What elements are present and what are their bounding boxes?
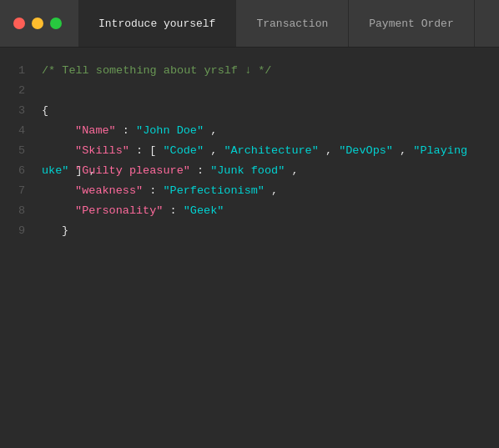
code-line-5: 5 "Skills" : [ "Code" , "Architecture" ,… bbox=[0, 141, 499, 161]
line-content-1: /* Tell something about yrslf ↓ */ bbox=[42, 61, 499, 81]
app-window: Introduce yourself Transaction Payment O… bbox=[0, 0, 499, 254]
tab-transaction-label: Transaction bbox=[256, 18, 328, 30]
traffic-lights bbox=[13, 18, 62, 29]
code-line-3: 3 { bbox=[0, 101, 499, 121]
tab-introduce-label: Introduce yourself bbox=[98, 18, 215, 30]
comment-text: /* Tell something about yrslf ↓ */ bbox=[42, 64, 271, 77]
tab-introduce[interactable]: Introduce yourself bbox=[78, 0, 236, 47]
line-content-6: "Guilty pleasure" : "Junk food" , bbox=[42, 161, 499, 181]
code-line-1: 1 /* Tell something about yrslf ↓ */ bbox=[0, 61, 499, 81]
val-code: "Code" bbox=[163, 144, 204, 157]
brace-open: { bbox=[42, 104, 48, 117]
traffic-light-yellow[interactable] bbox=[32, 18, 43, 29]
line-content-7: "weakness" : "Perfectionism" , bbox=[42, 181, 499, 201]
line-content-4: "Name" : "John Doe" , bbox=[42, 121, 499, 141]
line-content-3: { bbox=[42, 101, 499, 121]
line-num-1: 1 bbox=[0, 61, 42, 81]
brace-close: } bbox=[62, 224, 68, 237]
val-weakness: "Perfectionism" bbox=[163, 184, 265, 197]
code-line-6: 6 "Guilty pleasure" : "Junk food" , bbox=[0, 161, 499, 181]
code-line-8: 8 "Personality" : "Geek" bbox=[0, 201, 499, 221]
val-personality: "Geek" bbox=[184, 204, 224, 217]
line-num-7: 7 bbox=[0, 181, 42, 201]
code-line-4: 4 "Name" : "John Doe" , bbox=[0, 121, 499, 141]
code-editor: 1 /* Tell something about yrslf ↓ */ 2 3… bbox=[0, 48, 499, 254]
key-weakness: "weakness" bbox=[75, 184, 143, 197]
key-name: "Name" bbox=[75, 124, 116, 137]
line-num-5: 5 bbox=[0, 141, 42, 161]
code-line-9: 9 } bbox=[0, 221, 499, 241]
val-devops: "DevOps" bbox=[339, 144, 393, 157]
val-arch: "Architecture" bbox=[224, 144, 318, 157]
tabs: Introduce yourself Transaction Payment O… bbox=[78, 0, 475, 47]
code-line-2: 2 bbox=[0, 81, 499, 101]
traffic-light-red[interactable] bbox=[13, 18, 25, 29]
line-num-9: 9 bbox=[0, 221, 42, 241]
line-content-9: } bbox=[42, 221, 499, 241]
line-num-8: 8 bbox=[0, 201, 42, 221]
line-num-4: 4 bbox=[0, 121, 42, 141]
val-guilty: "Junk food" bbox=[210, 164, 285, 177]
key-skills: "Skills" bbox=[75, 144, 129, 157]
val-name: "John Doe" bbox=[136, 124, 204, 137]
tab-payment[interactable]: Payment Order bbox=[349, 0, 474, 47]
key-personality: "Personality" bbox=[75, 204, 163, 217]
line-num-3: 3 bbox=[0, 101, 42, 121]
code-line-7: 7 "weakness" : "Perfectionism" , bbox=[0, 181, 499, 201]
line-num-2: 2 bbox=[0, 81, 42, 101]
traffic-light-green[interactable] bbox=[50, 18, 62, 29]
tab-payment-label: Payment Order bbox=[369, 18, 453, 30]
line-num-6: 6 bbox=[0, 161, 42, 181]
tab-transaction[interactable]: Transaction bbox=[236, 0, 349, 47]
title-bar: Introduce yourself Transaction Payment O… bbox=[0, 0, 499, 48]
key-guilty: "Guilty pleasure" bbox=[75, 164, 190, 177]
line-content-8: "Personality" : "Geek" bbox=[42, 201, 499, 221]
